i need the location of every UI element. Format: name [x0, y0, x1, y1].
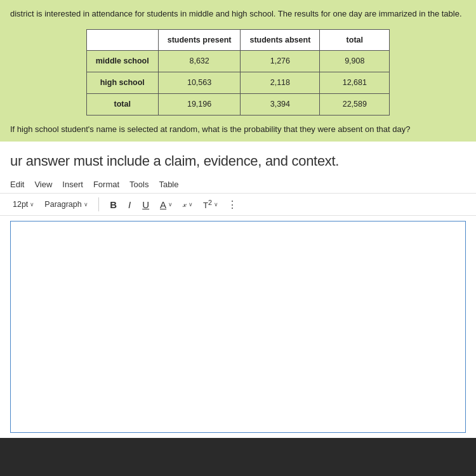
row-label-middle: middle school: [86, 51, 158, 72]
font-color-dropdown[interactable]: A ∨: [157, 198, 175, 211]
superscript-label: T2: [203, 199, 212, 210]
table-header-absent: students absent: [241, 29, 320, 51]
high-total: 12,681: [320, 72, 390, 94]
answer-prompt-text: ur answer must include a claim, evidence…: [10, 153, 339, 169]
menu-view[interactable]: View: [34, 180, 52, 189]
paragraph-label: Paragraph: [44, 200, 81, 209]
table-row: high school 10,563 2,118 12,681: [86, 72, 390, 94]
menu-tools[interactable]: Tools: [129, 180, 149, 189]
high-absent: 2,118: [241, 72, 320, 94]
font-color-label: A: [160, 199, 166, 210]
toolbar-divider-1: [98, 197, 100, 211]
editor-area[interactable]: [10, 221, 466, 433]
underline-button[interactable]: U: [139, 198, 152, 211]
total-total: 22,589: [320, 93, 390, 115]
question-block: district is interested in attendance for…: [0, 0, 476, 142]
superscript-dropdown[interactable]: T2 ∨: [201, 197, 221, 211]
underline-label: U: [142, 199, 149, 210]
font-size-dropdown[interactable]: 12pt ∨: [10, 199, 37, 210]
table-row: total 19,196 3,394 22,589: [86, 93, 390, 115]
italic-label: I: [128, 199, 131, 210]
high-present: 10,563: [158, 72, 241, 94]
white-content: district is interested in attendance for…: [0, 0, 476, 438]
highlight-label: 𝓍: [183, 200, 187, 209]
highlight-chevron: ∨: [188, 201, 193, 208]
total-absent: 3,394: [241, 93, 320, 115]
data-table-wrapper: students present students absent total m…: [10, 29, 466, 116]
menu-table[interactable]: Table: [159, 180, 178, 189]
row-label-total: total: [86, 93, 158, 115]
table-row: middle school 8,632 1,276 9,908: [86, 51, 390, 72]
page-container: district is interested in attendance for…: [0, 0, 476, 476]
italic-button[interactable]: I: [125, 198, 134, 211]
table-header-empty: [86, 29, 158, 51]
bold-button[interactable]: B: [107, 198, 120, 211]
superscript-chevron: ∨: [214, 201, 218, 208]
attendance-table: students present students absent total m…: [86, 29, 390, 116]
intro-text: district is interested in attendance for…: [10, 8, 466, 20]
row-label-high: high school: [86, 72, 158, 94]
more-options-button[interactable]: ⋮: [227, 199, 237, 211]
bold-label: B: [110, 199, 117, 210]
middle-total: 9,908: [320, 51, 390, 72]
highlight-dropdown[interactable]: 𝓍 ∨: [180, 199, 195, 211]
font-size-chevron: ∨: [30, 201, 34, 208]
toolbar-bar: 12pt ∨ Paragraph ∨ B I U A ∨ �: [0, 194, 476, 216]
paragraph-dropdown[interactable]: Paragraph ∨: [42, 199, 90, 210]
menu-edit[interactable]: Edit: [10, 180, 24, 189]
answer-prompt: ur answer must include a claim, evidence…: [0, 142, 476, 176]
table-header-total: total: [320, 29, 390, 51]
middle-present: 8,632: [158, 51, 241, 72]
menu-insert[interactable]: Insert: [62, 180, 83, 189]
font-size-label: 12pt: [13, 200, 28, 209]
dark-bottom-bar: [0, 438, 476, 476]
font-color-chevron: ∨: [168, 201, 173, 208]
editor-menu-bar: Edit View Insert Format Tools Table: [0, 176, 476, 194]
middle-absent: 1,276: [241, 51, 320, 72]
paragraph-chevron: ∨: [84, 201, 88, 208]
total-present: 19,196: [158, 93, 241, 115]
menu-format[interactable]: Format: [93, 180, 119, 189]
table-header-present: students present: [158, 29, 241, 51]
bottom-question: If high school student's name is selecte…: [10, 123, 466, 136]
